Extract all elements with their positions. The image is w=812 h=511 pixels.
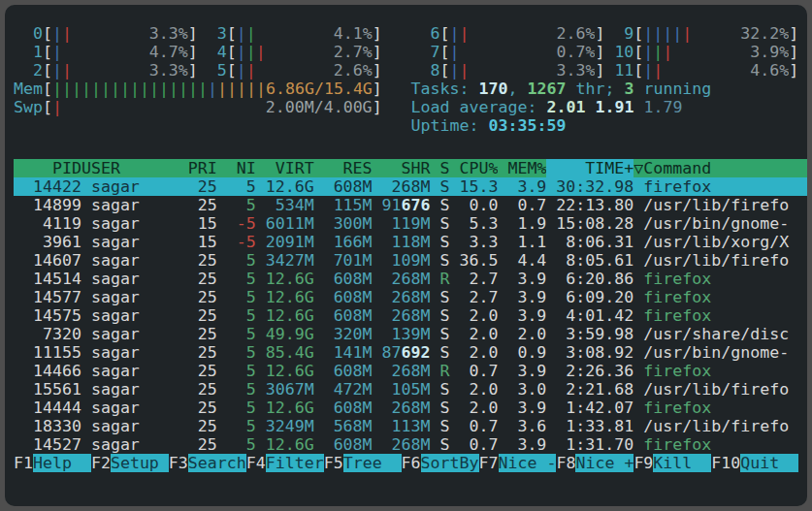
meter-value: 2.7% [334, 43, 373, 61]
virt-value: 12.6G [266, 435, 314, 454]
column-header-command[interactable]: Command [643, 159, 807, 177]
process-row[interactable]: 14899 sagar255534M115M91676S0.00.722:13.… [14, 196, 807, 214]
cell-time: 2:26.36 [546, 362, 633, 380]
info-text: 03:35:59 [489, 116, 567, 135]
fkey-f8-nice-+[interactable]: F8Nice + [556, 454, 633, 472]
pid-value: 15561 [33, 380, 81, 399]
cell-virt: 85.4G [256, 343, 314, 362]
uptime: Uptime: 03:35:59 [411, 116, 567, 135]
red-tick: | [62, 61, 72, 80]
green-tick: | [246, 43, 256, 61]
column-header-user[interactable]: USER [81, 159, 179, 177]
fkey-number: F2 [91, 454, 111, 472]
fkey-f3-search[interactable]: F3Search [169, 454, 246, 472]
cell-res: 608M [314, 435, 373, 454]
fkey-f5-tree[interactable]: F5Tree [324, 454, 402, 472]
cell-cpu: 15.3 [450, 177, 499, 196]
process-row[interactable]: 14527 sagar25512.6G608M268MS0.73.91:31.7… [14, 435, 807, 454]
cell-shr: 268M [373, 399, 431, 417]
cell-command: firefox [643, 435, 807, 454]
green-tick: | [653, 43, 663, 61]
process-row[interactable]: 14444 sagar25512.6G608M268MS2.03.91:42.0… [14, 399, 807, 417]
sort-direction-icon: ▽ [633, 159, 643, 177]
fkey-f2-setup[interactable]: F2Setup [91, 454, 169, 472]
fkey-f1-help[interactable]: F1Help [14, 454, 91, 472]
virt-value: 12.6G [266, 306, 314, 325]
s-value: S [440, 435, 450, 454]
fkey-f7-nice--[interactable]: F7Nice - [479, 454, 557, 472]
column-header-res[interactable]: RES [314, 159, 373, 177]
virt-value: 12.6G [266, 177, 314, 196]
s-value: S [440, 233, 450, 251]
user-value: sagar [81, 288, 140, 306]
cell-user: sagar [81, 177, 179, 196]
cell-shr: 268M [373, 306, 431, 325]
meter-label: 10 [604, 43, 633, 61]
cell-cpu: 2.0 [450, 325, 499, 343]
fkey-number: F3 [169, 454, 188, 472]
process-row[interactable]: 11155 sagar25585.4G141M87692S2.00.93:08.… [14, 343, 807, 362]
time-value: 1:42.07 [566, 399, 633, 417]
pid-value: 4119 [43, 214, 81, 233]
cpu-meter-0: 0[||3.3%] [14, 24, 198, 43]
process-row[interactable]: 15561 sagar2553067M472M105MS2.03.02:21.6… [14, 380, 807, 399]
blue-tick: | [672, 24, 682, 43]
process-row[interactable]: 14607 sagar2553427M701M109MS36.54.48:05.… [14, 251, 807, 270]
meter-ticks: | [52, 98, 62, 116]
fkey-f10-quit[interactable]: F10Quit [711, 454, 798, 472]
process-row[interactable]: 3961 sagar15-52091M166M118MS3.31.18:06.3… [14, 233, 807, 251]
process-row[interactable]: 14466 sagar25512.6G608M268MR0.73.92:26.3… [14, 362, 807, 380]
fkey-f4-filter[interactable]: F4Filter [246, 454, 324, 472]
pri-value: 25 [198, 362, 217, 380]
process-row[interactable]: 18330 sagar2553249M568M113MS0.73.61:33.8… [14, 417, 807, 435]
process-row[interactable]: 14422 sagar25512.6G608M268MS15.33.930:32… [14, 177, 807, 196]
gap [633, 435, 643, 454]
cell-command: /usr/lib/firefo [643, 196, 807, 214]
column-header-ni[interactable]: NI [217, 159, 256, 177]
cell-pri: 25 [179, 251, 217, 270]
cell-mem: 0.7 [498, 196, 546, 214]
pri-value: 25 [198, 196, 217, 214]
process-row[interactable]: 7320 sagar25549.9G320M139MS2.02.03:59.98… [14, 325, 807, 343]
cell-time: 1:31.70 [546, 435, 633, 454]
cell-s: S [431, 288, 450, 306]
open-bracket: [ [227, 43, 237, 61]
blue-tick: | [208, 80, 217, 98]
gap [633, 288, 643, 306]
cell-pid: 3961 [14, 233, 81, 251]
command-value: /usr/bin/gnome- [643, 214, 789, 233]
s-value: S [440, 343, 450, 362]
column-header-s[interactable]: S [431, 159, 450, 177]
column-header-mem[interactable]: MEM% [498, 159, 546, 177]
cell-user: sagar [81, 435, 179, 454]
ni-value: 5 [246, 288, 256, 306]
fkey-number: F8 [556, 454, 575, 472]
cell-pri: 25 [179, 288, 217, 306]
column-header-pri[interactable]: PRI [179, 159, 217, 177]
column-header-pid[interactable]: PID [14, 159, 81, 177]
column-header-cpu[interactable]: CPU% [450, 159, 499, 177]
fkey-f9-kill[interactable]: F9Kill [633, 454, 711, 472]
shr-part: 118M [392, 233, 431, 251]
fkey-label: Quit [740, 454, 798, 472]
process-row[interactable]: 4119 sagar15-56011M300M119MS5.31.915:08.… [14, 214, 807, 233]
cell-shr: 113M [373, 417, 431, 435]
cell-pri: 15 [179, 214, 217, 233]
process-row[interactable]: 14575 sagar25512.6G608M268MS2.03.94:01.4… [14, 306, 807, 325]
fkey-label: Kill [653, 454, 711, 472]
column-header-shr[interactable]: SHR [373, 159, 431, 177]
time-value: 8:05.61 [566, 251, 633, 270]
cpu-value: 0.7 [469, 417, 498, 435]
info-text: 3 [624, 80, 633, 98]
mem-value: 3.9 [517, 306, 546, 325]
column-header-time[interactable]: TIME+ [546, 159, 633, 177]
process-row[interactable]: 14577 sagar25512.6G608M268MS2.73.96:09.2… [14, 288, 807, 306]
meter-label: 0 [14, 24, 43, 43]
info-text: 1.91 [595, 98, 633, 116]
column-header-virt[interactable]: VIRT [256, 159, 314, 177]
time-value: 1:33.81 [566, 417, 633, 435]
fkey-f6-sortby[interactable]: F6SortBy [402, 454, 479, 472]
process-row[interactable]: 14514 sagar25512.6G608M268MR2.73.96:20.8… [14, 270, 807, 288]
green-tick: | [159, 80, 169, 98]
cell-virt: 3067M [256, 380, 314, 399]
